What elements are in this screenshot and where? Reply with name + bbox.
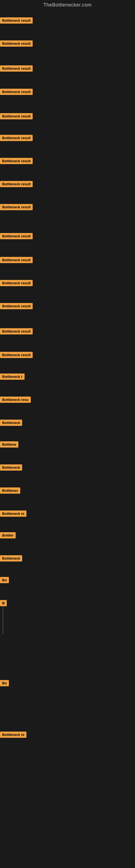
bottleneck-result-item: Bottleneck result — [0, 181, 33, 188]
bottleneck-badge: Bottleneck result — [0, 328, 33, 335]
bottleneck-badge: Bottleneck — [0, 555, 22, 561]
bottleneck-result-item: Bottleneck result — [0, 257, 33, 264]
bottleneck-badge: Bottlene — [0, 441, 18, 447]
bottleneck-result-item: Bottleneck result — [0, 135, 33, 142]
bottleneck-result-item: Bottleneck — [0, 555, 22, 563]
bottleneck-badge: Bottleneck result — [0, 181, 33, 187]
bottleneck-badge: Bottleneck result — [0, 113, 33, 119]
bottleneck-result-item: Bottleneck result — [0, 40, 33, 48]
bottleneck-result-item: Bottleneck result — [0, 328, 33, 336]
bottleneck-badge: Bottleneck result — [0, 303, 33, 309]
bottleneck-badge: Bottleneck re — [0, 732, 27, 738]
bottleneck-result-item: Bo — [0, 680, 9, 687]
bottleneck-result-item: Bottleneck result — [0, 113, 33, 120]
bottleneck-badge: Bottleneck r — [0, 373, 25, 380]
bottleneck-badge: Bottleneck — [0, 420, 22, 426]
bottleneck-result-item: Bottleneck result — [0, 158, 33, 165]
bottleneck-badge: Bottleneck result — [0, 40, 33, 46]
bottleneck-result-item: Bottleneck result — [0, 18, 33, 25]
bottleneck-badge: Bottlenec — [0, 488, 20, 494]
bottleneck-result-item: Bottleneck result — [0, 303, 33, 310]
bottleneck-badge: Bo — [0, 680, 9, 686]
bottleneck-badge: Bottleneck — [0, 464, 22, 471]
bottleneck-result-item: Bottler — [0, 532, 16, 539]
bottleneck-badge: Bottleneck result — [0, 18, 33, 24]
bottleneck-result-item: Bottleneck — [0, 464, 22, 472]
bottleneck-badge: Bottleneck result — [0, 352, 33, 358]
site-title: TheBottlenecker.com — [0, 0, 135, 10]
bottleneck-result-item: Bottleneck re — [0, 510, 27, 518]
bottleneck-result-item: Bottlenec — [0, 488, 20, 495]
bottleneck-result-item: Bottleneck result — [0, 233, 33, 240]
bottleneck-badge: Bottleneck result — [0, 257, 33, 263]
bottleneck-result-item: B — [0, 600, 7, 607]
bottleneck-badge: Bo — [0, 577, 9, 583]
bottleneck-badge: Bottler — [0, 532, 16, 538]
bottleneck-badge: Bottleneck result — [0, 89, 33, 95]
bottleneck-badge: Bottleneck result — [0, 233, 33, 239]
bottleneck-badge: Bottleneck result — [0, 135, 33, 141]
bottleneck-result-item: Bottleneck result — [0, 352, 33, 359]
bottleneck-badge: Bottleneck result — [0, 280, 33, 286]
bottleneck-result-item: Bottleneck result — [0, 89, 33, 96]
bottleneck-badge: Bottleneck resu — [0, 397, 31, 403]
bottleneck-badge: Bottleneck result — [0, 204, 33, 210]
bottleneck-result-item: Bottleneck result — [0, 204, 33, 211]
bottleneck-badge: Bottleneck result — [0, 65, 33, 72]
bottleneck-badge: Bottleneck re — [0, 510, 27, 517]
bottleneck-result-item: Bottleneck r — [0, 373, 25, 381]
bottleneck-result-item: Bottlene — [0, 441, 18, 448]
bottleneck-result-item: Bottleneck result — [0, 65, 33, 73]
bottleneck-badge: B — [0, 600, 7, 606]
bottleneck-badge: Bottleneck result — [0, 158, 33, 164]
bottleneck-result-item: Bo — [0, 577, 9, 584]
bottleneck-result-item: Bottleneck result — [0, 280, 33, 287]
bottleneck-result-item: Bottleneck re — [0, 732, 27, 739]
vertical-line — [3, 607, 3, 634]
bottleneck-result-item: Bottleneck — [0, 420, 22, 427]
bottleneck-result-item: Bottleneck resu — [0, 397, 31, 404]
